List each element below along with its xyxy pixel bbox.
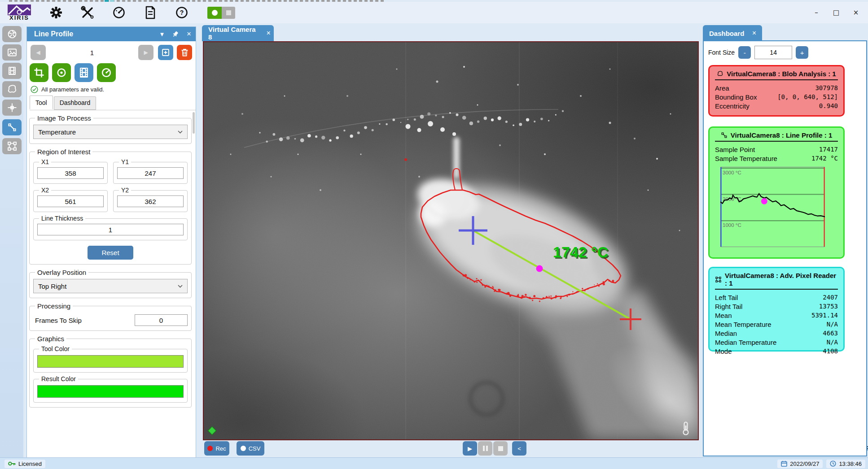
record-stop-button[interactable] <box>222 7 235 19</box>
measure-gauge-button[interactable] <box>97 63 116 82</box>
y1-input[interactable] <box>117 167 184 179</box>
gear-icon <box>50 6 62 19</box>
stat-value: 13753 <box>819 303 838 310</box>
status-bar-right: 2022/09/27 13:38:46 <box>777 460 865 468</box>
stat-value: 307978 <box>815 84 838 92</box>
group-label: Region of Interest <box>35 148 92 156</box>
gauge-button[interactable] <box>111 5 127 20</box>
pause-button[interactable] <box>478 441 492 456</box>
sidebar-item-adv-pixel-reader[interactable] <box>2 138 22 154</box>
overlay-position-dropdown[interactable]: Top Right <box>33 279 188 293</box>
add-instance-button[interactable] <box>158 45 173 60</box>
rec-button-label: Rec <box>215 445 226 452</box>
tools-button[interactable] <box>80 5 95 20</box>
result-color-swatch[interactable] <box>37 385 184 398</box>
card-title-text: VirtualCamera8 : Blob Analysis : 1 <box>727 70 836 78</box>
card-title-text: VirtualCamera8 : Line Profile : 1 <box>731 131 832 139</box>
chevron-down-icon <box>178 130 183 134</box>
aperture-icon <box>7 29 18 39</box>
y2-input[interactable] <box>117 195 184 207</box>
line-profile-panel-header: Line Profile ▼ × <box>27 27 196 41</box>
field-label: Line Thickness <box>39 215 85 222</box>
field-x1: X1 <box>33 158 108 184</box>
xiris-logo: XIRIS <box>6 4 32 21</box>
time-text: 13:38:46 <box>839 460 862 467</box>
line-profile-panel: Line Profile ▼ × ◀ 1 ▶ <box>26 26 196 458</box>
sample-point-marker[interactable] <box>536 265 543 272</box>
frames-to-skip-input[interactable] <box>135 314 188 326</box>
tool-color-swatch[interactable] <box>37 355 184 368</box>
settings-gear-button[interactable] <box>48 5 64 20</box>
stat-label: Sample Point <box>715 146 755 153</box>
panel-title: Line Profile <box>34 30 73 38</box>
font-size-input[interactable] <box>754 46 792 59</box>
font-size-row: Font Size - + <box>708 46 866 59</box>
tab-dashboard-panel[interactable]: Dashboard × <box>703 25 762 41</box>
stat-value: 4108 <box>823 347 838 355</box>
prev-instance-button[interactable]: ◀ <box>31 45 46 60</box>
rec-button[interactable]: Rec <box>204 441 229 456</box>
panel-scrollbar-thumb[interactable] <box>193 112 195 134</box>
dashboard-tab-label: Dashboard <box>709 30 744 37</box>
line-thickness-input[interactable] <box>37 224 184 235</box>
tab-dashboard[interactable]: Dashboard <box>54 96 96 110</box>
target-icon <box>56 67 67 78</box>
dashboard-tab-close-button[interactable]: × <box>749 29 759 38</box>
group-overlay-position: Overlay Position Top Right <box>29 269 192 298</box>
x1-input[interactable] <box>37 167 104 179</box>
pin-icon <box>172 30 179 38</box>
target-button[interactable] <box>52 63 71 82</box>
x2-input[interactable] <box>37 195 104 207</box>
camera-viewport[interactable]: 1742 °C 1742 °C <box>203 41 699 440</box>
sidebar-item-recording[interactable] <box>2 63 22 79</box>
reset-button[interactable]: Reset <box>88 246 133 260</box>
stop-button[interactable] <box>493 441 508 456</box>
delete-instance-button[interactable] <box>177 45 192 60</box>
window-maximize-button[interactable]: □ <box>828 7 845 18</box>
dropdown-value: Temperature <box>38 128 76 136</box>
stat-row: Eccentricity 0.940 <box>715 102 838 110</box>
sidebar-item-blob-analysis[interactable] <box>2 81 22 97</box>
chevron-down-icon <box>178 285 183 288</box>
window-close-button[interactable]: × <box>847 7 864 18</box>
sidebar-item-camera[interactable] <box>2 26 22 42</box>
panel-pin-button[interactable] <box>169 27 182 41</box>
csv-button[interactable]: CSV <box>237 441 264 456</box>
stat-label: Median Temperature <box>715 339 776 346</box>
camera-controls-bar: Rec CSV ▶ < > FPS ↻ <box>203 441 697 456</box>
group-label: Overlay Position <box>35 269 88 276</box>
stat-value: 4663 <box>823 330 838 337</box>
frame-back-button[interactable]: < <box>512 441 526 456</box>
tab-tool[interactable]: Tool <box>30 96 53 109</box>
sidebar-item-image[interactable] <box>2 44 22 61</box>
image-to-process-dropdown[interactable]: Temperature <box>33 125 188 139</box>
help-button[interactable]: ? <box>174 5 189 20</box>
panel-collapse-button[interactable]: ▼ <box>155 27 169 41</box>
record-active-button[interactable] <box>207 7 222 19</box>
tab-virtual-camera-8[interactable]: Virtual Camera 8 × <box>202 25 274 41</box>
roi-crop-button[interactable] <box>30 63 48 82</box>
window-minimize-button[interactable]: – <box>808 7 825 18</box>
stat-row: Mean5391.14 <box>715 312 838 319</box>
camera-tab-close-button[interactable]: × <box>263 29 274 38</box>
group-image-to-process: Image To Process Temperature <box>29 114 192 144</box>
panel-close-button[interactable]: × <box>182 27 196 41</box>
stat-row: Right Tail13753 <box>715 303 838 310</box>
font-size-decrease-button[interactable]: - <box>738 46 751 59</box>
film-strip-icon <box>7 65 18 76</box>
stat-label: Area <box>715 84 729 92</box>
camera-tab-label: Virtual Camera 8 <box>208 26 259 41</box>
group-label: Image To Process <box>35 114 93 122</box>
play-button[interactable]: ▶ <box>463 441 477 456</box>
line-profile-mini-chart: 3000 °C2000 °C1000 °C <box>720 167 825 247</box>
sidebar-item-pixel-reader[interactable] <box>2 100 22 116</box>
font-size-increase-button[interactable]: + <box>796 46 808 59</box>
record-frames-button[interactable] <box>75 63 93 82</box>
check-circle-icon <box>31 86 38 93</box>
stat-label: Sample Temperature <box>715 155 777 162</box>
report-button[interactable] <box>143 5 158 20</box>
sidebar-item-line-profile[interactable] <box>2 119 22 135</box>
stop-square-icon <box>226 10 231 15</box>
next-instance-button[interactable]: ▶ <box>138 45 153 60</box>
thermal-image: 1742 °C 1742 °C <box>204 42 698 439</box>
